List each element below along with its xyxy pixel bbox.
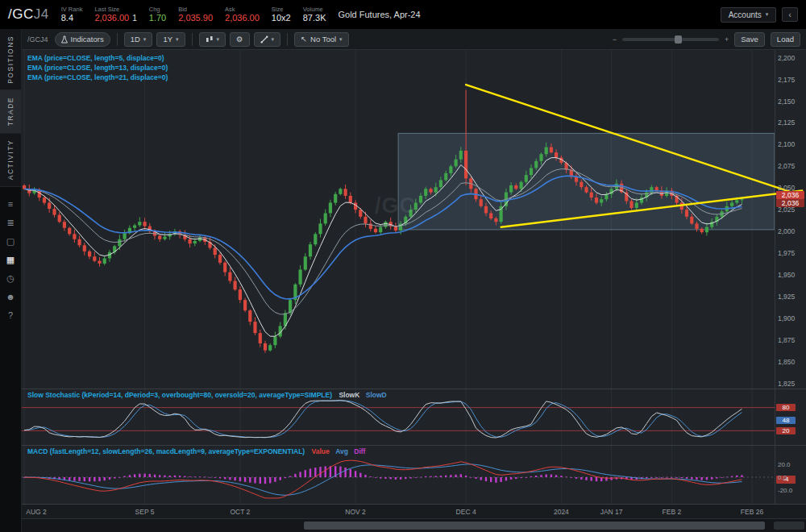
zoom-slider[interactable] [622,38,719,41]
selection-box[interactable] [398,133,775,230]
price-tick-label: 2,075 [778,162,795,170]
macd-diff-label: Diff [354,447,365,455]
candlestick-icon [206,35,214,44]
load-button[interactable]: Load [771,32,800,47]
indicators-button[interactable]: Indicators [55,32,110,47]
chart-style-dropdown[interactable]: ▾ [199,32,226,47]
price-tick-label: 2,000 [778,227,795,235]
slowd-label: SlowD [366,391,387,399]
zoom-out-icon[interactable]: − [613,35,617,44]
chevron-down-icon: ▾ [217,36,220,43]
price-axis[interactable]: 2,2002,1752,1502,1252,1002,0752,0502,025… [775,50,806,389]
scrollbar-right-cap[interactable] [774,522,804,530]
macd-avg-label: Avg [335,447,348,455]
sidebar-tab-positions[interactable]: POSITIONS [0,29,21,90]
zoom-in-icon[interactable]: + [725,35,729,44]
top-quote-bar: /GCJ4 IV Rank 8.4 Last Size 2,036.001 Ch… [0,0,806,29]
range-dropdown[interactable]: 1Y ▾ [156,32,185,47]
slowk-label: SlowK [339,391,359,399]
active-tool-dropdown[interactable]: ↖ No Tool ▾ [294,32,349,47]
time-axis-label: JAN 17 [600,508,623,516]
ask-field: Ask 2,036.00 [225,6,260,23]
flask-icon [61,35,68,44]
left-sidebar: POSITIONS TRADE ACTIVITY ≡ ≣ ▢ ▦ ◷ ☻ ? [0,29,22,532]
price-tick-label: 1,875 [778,336,795,344]
macd-histogram [23,466,743,484]
price-tick-label: 2,100 [778,140,795,148]
help-icon[interactable]: ? [2,310,19,322]
change-field: Chg 1.70 [149,6,166,23]
chart-settings-button[interactable]: ⚙ [230,32,250,47]
time-axis-label: DEC 4 [456,508,476,516]
price-tick-label: 1,950 [778,271,795,279]
macd-panel[interactable]: MACD (fastLength=12, slowLength=26, macd… [22,445,806,504]
chart-symbol-label: /GCJ4 [27,35,48,44]
macd-axis-label: 0.0 [778,474,787,481]
stochastic-header: Slow Stochastic (kPeriod=14, dPeriod=3, … [27,391,387,399]
time-axis-label: FEB 26 [741,508,763,516]
scrollbar-thumb[interactable] [304,522,765,530]
chart-toolbar: /GCJ4 Indicators 1D ▾ 1Y ▾ ▾ ⚙ [22,29,806,50]
sidebar-tab-activity[interactable]: ACTIVITY [0,134,21,187]
macd-header: MACD (fastLength=12, slowLength=26, macd… [27,447,365,455]
price-tick-label: 1,850 [778,358,795,366]
watchlist-icon[interactable]: ≡ [2,198,19,210]
bid-price-badge: 2,036 [776,199,804,207]
sidebar-tab-trade[interactable]: TRADE [0,90,21,134]
chevron-down-icon: ▾ [143,36,147,43]
collapse-panel-button[interactable]: ‹ [782,7,798,22]
main-chart-panel[interactable]: /GC EMA (price=CLOSE, length=5, displace… [22,50,806,389]
time-axis-label: AUG 2 [26,508,47,516]
price-chart-canvas[interactable] [22,50,806,389]
instrument-description: Gold Futures, Apr-24 [338,10,420,19]
price-tick-label: 2,125 [778,118,795,127]
symbol-root: /GC [8,6,34,22]
chevron-down-icon: ▾ [339,36,343,43]
size-field: Size 10x2 [272,6,291,23]
drawings-dropdown[interactable]: ▾ [254,32,281,47]
oversold-badge: 20 [776,427,796,434]
time-axis-label: SEP 5 [135,508,155,516]
timeframe-dropdown[interactable]: 1D ▾ [124,32,153,47]
symbol-contract: J4 [34,6,49,22]
symbol-title: /GCJ4 [8,6,49,23]
price-tick-label: 1,925 [778,293,795,301]
price-tick-label: 1,975 [778,249,795,257]
collapse-icon: ‹ [788,10,791,19]
last-size-field: Last Size 2,036.001 [94,6,136,23]
gear-icon: ⚙ [236,35,243,44]
macd-axis-label: -20.0 [778,487,792,494]
stochastic-panel[interactable]: Slow Stochastic (kPeriod=14, dPeriod=3, … [22,389,806,445]
chevron-down-icon: ▾ [176,36,179,43]
last-size: 1 [132,14,137,23]
quotes-icon[interactable]: ≣ [2,217,19,229]
overbought-badge: 80 [776,404,796,411]
cursor-icon: ↖ [301,35,307,44]
chevron-down-icon: ▾ [272,36,275,43]
clock-icon[interactable]: ◷ [2,272,19,285]
users-icon[interactable]: ☻ [2,291,19,303]
save-button[interactable]: Save [734,32,765,47]
price-tick-label: 2,150 [778,98,795,106]
box-icon[interactable]: ▢ [2,235,19,247]
bid-field: Bid 2,035.90 [178,6,213,23]
accounts-dropdown[interactable]: Accounts ▾ [721,7,777,23]
slowd-line [24,401,742,438]
zoom-slider-thumb[interactable] [675,35,682,44]
time-axis-label: FEB 2 [663,508,682,516]
iv-rank-field: IV Rank 8.4 [61,6,83,23]
macd-axis-label: 20.0 [778,461,791,468]
grid-icon[interactable]: ▦ [2,254,19,266]
chevron-down-icon: ▾ [766,11,769,18]
chart-scrollbar[interactable] [22,518,806,532]
price-tick-label: 1,825 [778,380,795,388]
stoch-value-badge: 48 [776,417,796,424]
time-axis-label: NOV 2 [345,508,366,516]
time-axis-label: 2024 [554,508,569,516]
time-axis[interactable]: AUG 2SEP 5OCT 2NOV 2DEC 42024JAN 17FEB 2… [22,504,806,518]
chart-widget: /GCJ4 Indicators 1D ▾ 1Y ▾ ▾ ⚙ [22,29,806,532]
price-tick-label: 2,200 [778,54,795,62]
slowk-line [24,401,742,438]
ask-price-badge: 2,036 [776,191,804,199]
trendline-tool-icon [260,35,268,44]
